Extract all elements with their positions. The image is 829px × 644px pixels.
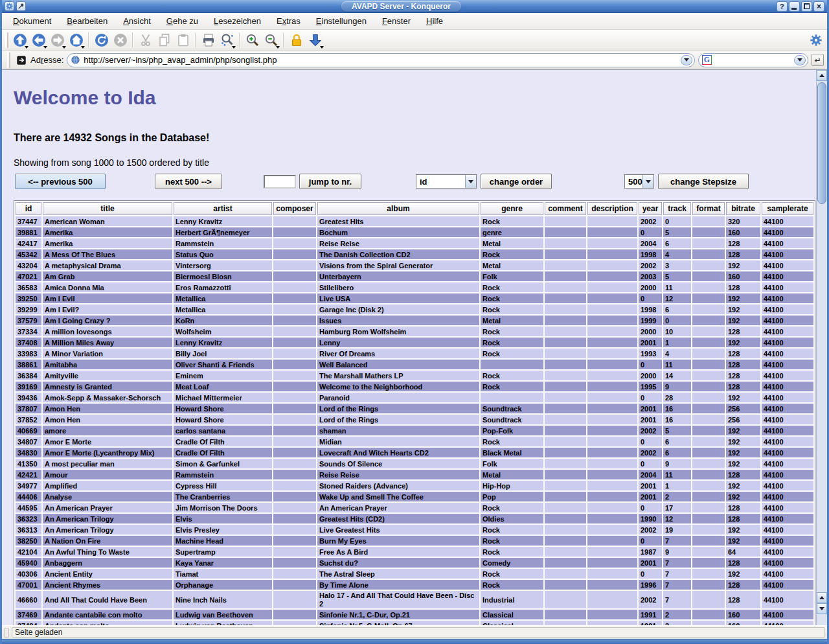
jump-number-input[interactable]: [264, 175, 296, 189]
cell-genre: Black Metal: [481, 448, 543, 457]
maximize-button[interactable]: [801, 1, 812, 12]
column-header-artist[interactable]: artist: [174, 202, 272, 215]
up-icon[interactable]: [10, 31, 29, 49]
lock-icon[interactable]: [287, 31, 306, 49]
help-button[interactable]: ?: [777, 1, 788, 12]
scroll-up-button-bottom[interactable]: [817, 592, 827, 603]
cell-composer: [273, 371, 316, 380]
go-button[interactable]: ↵: [812, 54, 824, 66]
cell-composer: [273, 621, 316, 625]
close-button[interactable]: ×: [813, 1, 824, 12]
addressbar-grip[interactable]: [7, 52, 10, 68]
change-order-button[interactable]: change order: [481, 174, 552, 189]
menu-item-gehe-zu[interactable]: Gehe zu: [161, 14, 204, 28]
cell-comment: [545, 492, 586, 501]
clear-location-icon[interactable]: [16, 54, 27, 66]
zoom-in-icon[interactable]: [243, 31, 262, 49]
url-combobox[interactable]: http://server/~ins/php_avap_admin/php/so…: [67, 53, 695, 67]
column-header-samplerate[interactable]: samplerate: [762, 202, 813, 215]
back-icon[interactable]: [29, 31, 48, 49]
scrollbar-thumb[interactable]: [817, 82, 826, 204]
google-search-box[interactable]: G: [698, 53, 808, 67]
column-header-composer[interactable]: composer: [273, 202, 316, 215]
stepsize-select-arrow[interactable]: [642, 175, 653, 188]
cell-format: [692, 282, 725, 292]
cell-year: 0: [639, 437, 662, 446]
find-icon[interactable]: [218, 31, 236, 49]
order-select[interactable]: id: [416, 174, 477, 189]
previous-500-button[interactable]: <-- previous 500: [15, 174, 106, 189]
column-header-album[interactable]: album: [317, 202, 479, 215]
vertical-scrollbar[interactable]: [816, 70, 827, 625]
cell-description: [587, 492, 637, 501]
google-dropdown-arrow[interactable]: [794, 55, 806, 65]
menu-item-ansicht[interactable]: Ansicht: [117, 14, 157, 28]
menu-item-einstellungen[interactable]: Einstellungen: [310, 14, 372, 28]
zoom-out-icon[interactable]: [262, 31, 280, 49]
table-row: 33983A Minor VariationBilly JoelRiver Of…: [16, 349, 813, 358]
column-header-description[interactable]: description: [587, 202, 637, 215]
cell-artist: Metallica: [174, 305, 272, 314]
column-header-bitrate[interactable]: bitrate: [726, 202, 760, 215]
cell-genre: Rock: [481, 349, 543, 358]
menu-item-bearbeiten[interactable]: Bearbeiten: [61, 14, 113, 28]
next-500-button[interactable]: next 500 -->: [155, 174, 222, 189]
cell-bitrate: 256: [726, 415, 760, 424]
app-icon[interactable]: [5, 1, 14, 11]
column-header-id[interactable]: id: [16, 202, 41, 215]
cell-comment: [545, 249, 586, 259]
cell-title: Amon Hen: [43, 415, 172, 424]
cell-year: 0: [639, 293, 662, 303]
menu-item-lesezeichen[interactable]: Lesezeichen: [208, 14, 267, 28]
print-icon[interactable]: [199, 31, 218, 49]
toolbar-grip[interactable]: [5, 32, 8, 48]
cell-description: [587, 621, 637, 625]
reload-icon[interactable]: [92, 31, 111, 49]
menu-item-hilfe[interactable]: Hilfe: [420, 14, 449, 28]
cell-artist: Cradle Of Filth: [174, 448, 272, 457]
cell-description: [587, 558, 637, 568]
column-header-title[interactable]: title: [43, 202, 172, 215]
cell-album: The Astral Sleep: [317, 569, 479, 579]
cell-comment: [545, 525, 586, 535]
order-select-arrow[interactable]: [465, 175, 476, 188]
cell-artist: Meat Loaf: [174, 382, 272, 391]
cell-samplerate: 44100: [762, 382, 813, 391]
menu-item-extras[interactable]: Extras: [271, 14, 306, 28]
cell-title: Amplified: [43, 481, 172, 490]
cell-samplerate: 44100: [762, 470, 813, 479]
column-header-comment[interactable]: comment: [545, 202, 586, 215]
stepsize-select[interactable]: 500: [624, 174, 654, 189]
jump-to-nr-button[interactable]: jump to nr.: [299, 174, 361, 189]
download-icon[interactable]: [306, 31, 324, 49]
cell-track: 7: [663, 591, 691, 608]
cell-artist: Howard Shore: [174, 404, 272, 413]
home-icon[interactable]: [67, 31, 85, 49]
column-header-track[interactable]: track: [663, 202, 691, 215]
cell-title: Am I Evil?: [43, 305, 172, 314]
scroll-down-button[interactable]: [817, 603, 827, 614]
sticky-pin-icon[interactable]: [16, 1, 26, 11]
scroll-up-button[interactable]: [817, 70, 827, 81]
cell-samplerate: 44100: [762, 305, 813, 314]
url-input[interactable]: http://server/~ins/php_avap_admin/php/so…: [84, 55, 677, 65]
column-header-year[interactable]: year: [639, 202, 662, 215]
url-dropdown-arrow[interactable]: [681, 55, 692, 65]
cell-year: 2004: [639, 470, 662, 479]
column-header-genre[interactable]: genre: [481, 202, 543, 215]
toolbar-separator: [88, 32, 89, 48]
cell-track: 4: [663, 349, 691, 358]
column-header-format[interactable]: format: [692, 202, 725, 215]
change-stepsize-button[interactable]: change Stepsize: [658, 174, 749, 189]
cell-composer: [273, 470, 316, 479]
cell-album: Hamburg Rom Wolfsheim: [317, 327, 479, 336]
menu-item-fenster[interactable]: Fenster: [376, 14, 416, 28]
cell-description: [587, 260, 637, 270]
cell-comment: [545, 338, 586, 347]
cell-track: 0: [663, 216, 691, 226]
minimize-button[interactable]: [789, 1, 800, 12]
cell-id: 37484: [16, 621, 41, 625]
cell-composer: [273, 459, 316, 468]
menu-item-dokument[interactable]: Dokument: [7, 14, 57, 28]
cell-track: 7: [663, 569, 691, 579]
